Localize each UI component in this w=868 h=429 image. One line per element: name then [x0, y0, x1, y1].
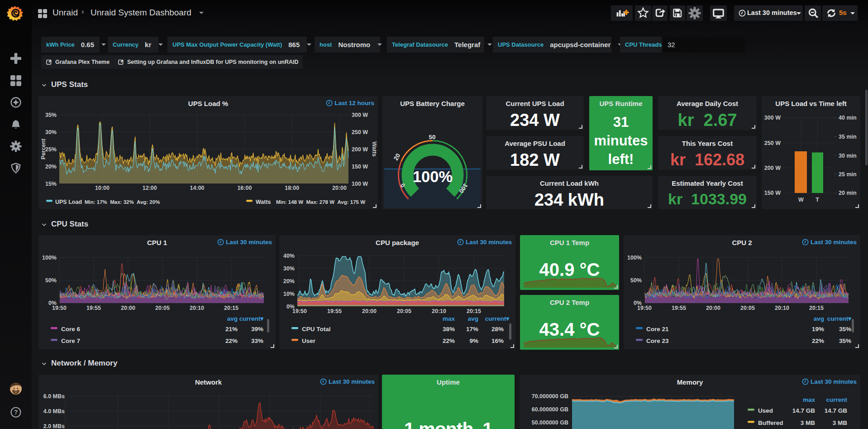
svg-text:150 W: 150 W	[352, 164, 368, 170]
svg-text:19:55: 19:55	[327, 308, 342, 314]
svg-text:Min: 17% Max: 32% Avg: 20%: Min: 17% Max: 32% Avg: 20%	[85, 199, 160, 205]
svg-text:Min: 148 W Max: 278 W Avg: 1: Min: 148 W Max: 278 W Avg: 175 W	[276, 199, 365, 205]
svg-text:22%: 22%	[443, 337, 455, 344]
svg-text:avg: avg	[468, 315, 478, 322]
svg-text:UPS Load: UPS Load	[55, 199, 82, 205]
svg-text:25 min: 25 min	[839, 171, 857, 178]
svg-text:38%: 38%	[443, 326, 455, 333]
svg-text:10%: 10%	[283, 291, 295, 297]
svg-text:70.000000 GB: 70.000000 GB	[532, 393, 568, 400]
svg-text:Watts: Watts	[256, 199, 271, 205]
svg-text:20%: 20%	[283, 278, 295, 284]
svg-text:250 W: 250 W	[764, 140, 781, 146]
svg-text:200 W: 200 W	[764, 165, 781, 171]
svg-text:20:05: 20:05	[155, 305, 170, 311]
svg-text:19:50: 19:50	[52, 305, 67, 311]
svg-text:300 W: 300 W	[764, 115, 781, 121]
svg-text:50.000000 GB: 50.000000 GB	[532, 419, 568, 426]
svg-text:60.000000 GB: 60.000000 GB	[532, 406, 568, 413]
svg-text:100%: 100%	[42, 255, 57, 261]
svg-text:20:15: 20:15	[809, 305, 824, 311]
svg-text:14:00: 14:00	[190, 185, 205, 191]
svg-text:39%: 39%	[251, 326, 263, 333]
svg-text:33%: 33%	[251, 337, 263, 344]
svg-text:35 min: 35 min	[839, 134, 857, 140]
svg-text:22%: 22%	[225, 337, 238, 344]
svg-text:25%: 25%	[45, 146, 57, 153]
svg-text:20:00: 20:00	[706, 305, 720, 311]
svg-text:30%: 30%	[45, 129, 57, 135]
svg-text:200 W: 200 W	[352, 146, 368, 153]
svg-text:35%: 35%	[839, 326, 851, 333]
svg-text:28%: 28%	[491, 326, 504, 333]
svg-text:6.0 MBs: 6.0 MBs	[43, 393, 65, 400]
svg-text:19:55: 19:55	[86, 305, 101, 311]
svg-text:20:00: 20:00	[121, 305, 135, 311]
svg-text:100%: 100%	[627, 255, 642, 261]
svg-text:17%: 17%	[466, 326, 478, 333]
svg-text:Core 21: Core 21	[646, 326, 669, 333]
svg-text:20 min: 20 min	[839, 190, 857, 196]
svg-text:20:15: 20:15	[467, 308, 481, 314]
svg-text:current▾: current▾	[485, 315, 510, 322]
svg-text:CPU Total: CPU Total	[302, 326, 331, 333]
svg-text:W: W	[798, 197, 804, 203]
svg-text:19:50: 19:50	[292, 308, 307, 314]
svg-text:19%: 19%	[812, 326, 824, 333]
svg-text:250 W: 250 W	[352, 129, 368, 135]
svg-text:20:00: 20:00	[332, 185, 347, 191]
svg-text:current▾: current▾	[239, 315, 264, 322]
svg-text:20:15: 20:15	[224, 305, 238, 311]
svg-text:19:55: 19:55	[672, 305, 686, 311]
svg-text:300 W: 300 W	[352, 112, 368, 118]
svg-text:Core 7: Core 7	[61, 337, 80, 344]
svg-text:20:10: 20:10	[775, 305, 789, 311]
svg-text:4.0 MBs: 4.0 MBs	[43, 408, 65, 415]
svg-text:50%: 50%	[45, 277, 57, 284]
svg-text:20:05: 20:05	[740, 305, 755, 311]
svg-text:20:10: 20:10	[432, 308, 446, 314]
svg-text:19:50: 19:50	[637, 305, 652, 311]
svg-text:avg: avg	[814, 315, 824, 322]
svg-text:T: T	[816, 197, 819, 203]
svg-text:10:00: 10:00	[95, 185, 110, 191]
svg-text:150 W: 150 W	[764, 190, 781, 196]
svg-text:50%: 50%	[630, 277, 642, 284]
svg-text:15%: 15%	[45, 181, 57, 187]
svg-text:20: 20	[392, 152, 402, 162]
svg-text:Watts: Watts	[371, 141, 377, 157]
svg-text:50: 50	[429, 134, 435, 140]
svg-text:Core 6: Core 6	[61, 326, 81, 333]
svg-text:16%: 16%	[491, 337, 504, 344]
svg-text:current▾: current▾	[827, 315, 852, 322]
svg-text:16:00: 16:00	[237, 185, 252, 191]
svg-text:2.0 MBs: 2.0 MBs	[43, 423, 65, 429]
svg-text:20%: 20%	[45, 164, 57, 170]
svg-text:35%: 35%	[45, 112, 57, 118]
svg-text:40 min: 40 min	[839, 115, 857, 121]
svg-text:Core 23: Core 23	[646, 337, 669, 344]
svg-text:21%: 21%	[225, 326, 238, 333]
svg-text:max: max	[443, 315, 455, 322]
svg-text:100%: 100%	[413, 168, 453, 185]
svg-text:20:05: 20:05	[397, 308, 411, 314]
svg-text:User: User	[302, 337, 316, 344]
svg-text:20:10: 20:10	[190, 305, 204, 311]
svg-text:18:00: 18:00	[285, 185, 299, 191]
svg-text:30%: 30%	[283, 265, 295, 272]
svg-text:3 MB: 3 MB	[833, 419, 848, 426]
svg-text:14.7 GB: 14.7 GB	[825, 407, 848, 414]
svg-text:max: max	[803, 396, 816, 403]
svg-text:?: ?	[14, 409, 18, 416]
svg-text:9%: 9%	[469, 337, 478, 344]
svg-text:22%: 22%	[812, 337, 824, 344]
svg-text:Buffered: Buffered	[758, 419, 783, 426]
svg-text:100 W: 100 W	[352, 181, 368, 187]
svg-text:40%: 40%	[283, 253, 295, 259]
svg-text:Percent: Percent	[40, 138, 47, 159]
svg-text:14.7 GB: 14.7 GB	[792, 407, 816, 414]
svg-text:35%: 35%	[839, 337, 851, 344]
svg-text:Used: Used	[758, 407, 773, 414]
svg-text:12:00: 12:00	[143, 185, 157, 191]
svg-text:20:00: 20:00	[362, 308, 377, 314]
